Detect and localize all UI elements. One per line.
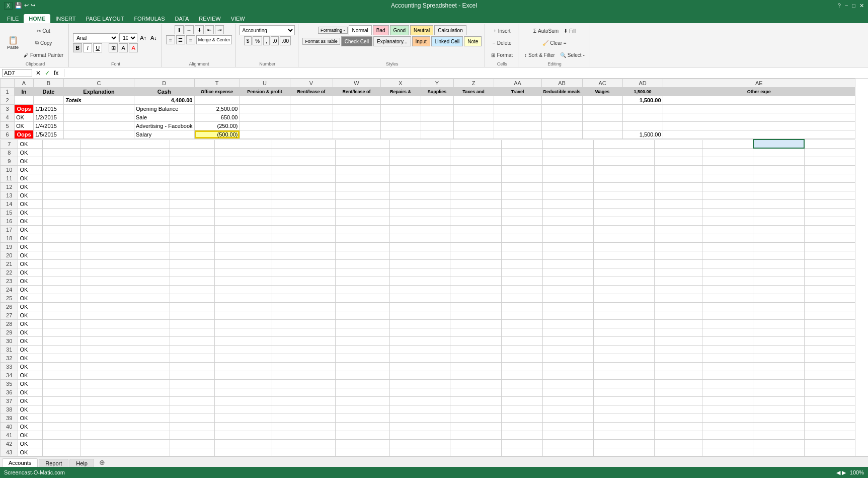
cell-col12-row40[interactable] [702, 422, 753, 431]
cell-col4-row17[interactable] [272, 225, 336, 234]
cell-col0-row40[interactable] [42, 422, 81, 431]
cell-col9-row30[interactable] [543, 336, 594, 345]
cell-col2-row17[interactable] [170, 225, 215, 234]
cell-col14-row27[interactable] [804, 311, 855, 319]
cell-col14-row32[interactable] [804, 354, 855, 362]
cell-col1-row41[interactable] [81, 431, 170, 439]
cell-col12-row26[interactable] [702, 302, 753, 311]
cell-col3-row22[interactable] [214, 268, 272, 277]
decimal-increase-btn[interactable]: .0 [271, 36, 279, 45]
cell-AA6[interactable] [494, 130, 541, 139]
undo-btn[interactable]: ↩ [24, 2, 29, 10]
cell-col10-row28[interactable] [594, 319, 654, 328]
cell-AB5[interactable] [541, 122, 582, 130]
cell-col4-row33[interactable] [272, 362, 336, 371]
cell-col1-row29[interactable] [81, 328, 170, 336]
cell-col13-row30[interactable] [753, 336, 804, 345]
col-header-AA[interactable]: AA [494, 79, 541, 88]
cell-col9-row25[interactable] [543, 294, 594, 302]
cell-col1-row27[interactable] [81, 311, 170, 319]
cell-U2[interactable] [240, 96, 290, 105]
cell-col10-row31[interactable] [594, 345, 654, 354]
cell-X6[interactable] [380, 130, 421, 139]
cell-col12-row42[interactable] [702, 439, 753, 448]
cell-col9-row23[interactable] [543, 277, 594, 285]
cell-col11-row34[interactable] [654, 371, 702, 379]
cell-col7-row15[interactable] [450, 208, 501, 217]
cell-A31[interactable]: OK [18, 345, 42, 354]
cell-col9-row42[interactable] [543, 439, 594, 448]
cell-col2-row12[interactable] [170, 182, 215, 191]
col-header-B[interactable]: B [34, 79, 64, 88]
cell-col9-row17[interactable] [543, 225, 594, 234]
cell-col2-row22[interactable] [170, 268, 215, 277]
cell-A37[interactable]: OK [18, 396, 42, 405]
cell-col7-row24[interactable] [450, 285, 501, 294]
cell-col14-row18[interactable] [804, 234, 855, 242]
percent-btn[interactable]: % [253, 36, 262, 45]
cell-col12-row32[interactable] [702, 354, 753, 362]
cell-AE3[interactable] [663, 105, 855, 113]
cell-col1-row36[interactable] [81, 388, 170, 396]
tab-formulas[interactable]: FORMULAS [129, 14, 170, 23]
cancel-formula-btn[interactable]: ✕ [34, 70, 42, 77]
cell-A15[interactable]: OK [18, 208, 42, 217]
cell-col11-row43[interactable] [654, 448, 702, 456]
cell-col0-row35[interactable] [42, 379, 81, 388]
cell-col9-row29[interactable] [543, 328, 594, 336]
cell-col10-row23[interactable] [594, 277, 654, 285]
cell-col10-row20[interactable] [594, 251, 654, 259]
cell-col2-row26[interactable] [170, 302, 215, 311]
cell-col13-row17[interactable] [753, 225, 804, 234]
cell-col10-row42[interactable] [594, 439, 654, 448]
cell-col0-row30[interactable] [42, 336, 81, 345]
cell-col8-row30[interactable] [501, 336, 542, 345]
tab-data[interactable]: DATA [170, 14, 194, 23]
cell-AD1[interactable]: 1,500.00 [622, 88, 663, 96]
cell-Z2[interactable] [453, 96, 494, 105]
cell-col14-row22[interactable] [804, 268, 855, 277]
cell-col1-row8[interactable] [81, 148, 170, 157]
cell-col13-row9[interactable] [753, 157, 804, 165]
cell-col9-row22[interactable] [543, 268, 594, 277]
cell-col2-row10[interactable] [170, 165, 215, 174]
cell-V3[interactable] [290, 105, 333, 113]
cell-col10-row36[interactable] [594, 388, 654, 396]
cell-col0-row34[interactable] [42, 371, 81, 379]
cell-col11-row41[interactable] [654, 431, 702, 439]
cell-col11-row29[interactable] [654, 328, 702, 336]
cell-col0-row9[interactable] [42, 157, 81, 165]
cell-V6[interactable] [290, 130, 333, 139]
insert-function-btn[interactable]: fx [52, 70, 60, 77]
cell-col13-row13[interactable] [753, 191, 804, 199]
cell-A1[interactable]: In [15, 88, 34, 96]
cell-col2-row30[interactable] [170, 336, 215, 345]
cell-col12-row14[interactable] [702, 199, 753, 208]
cell-col5-row36[interactable] [336, 388, 390, 396]
cell-col3-row36[interactable] [214, 388, 272, 396]
cell-col14-row7[interactable] [804, 140, 855, 148]
cell-col7-row22[interactable] [450, 268, 501, 277]
cell-col12-row27[interactable] [702, 311, 753, 319]
cell-col9-row7[interactable] [543, 140, 594, 148]
cell-A7[interactable]: OK [18, 140, 42, 148]
merge-center-button[interactable]: Merge & Center [196, 35, 232, 44]
cell-col2-row15[interactable] [170, 208, 215, 217]
italic-button[interactable]: I [83, 43, 92, 52]
cell-col8-row40[interactable] [501, 422, 542, 431]
cell-T6[interactable]: (500.00) [194, 130, 240, 139]
cell-col8-row37[interactable] [501, 396, 542, 405]
cell-col4-row43[interactable] [272, 448, 336, 456]
cell-col5-row9[interactable] [336, 157, 390, 165]
cell-col0-row8[interactable] [42, 148, 81, 157]
cell-col7-row33[interactable] [450, 362, 501, 371]
col-header-AB[interactable]: AB [541, 79, 582, 88]
note-style-btn[interactable]: Note [464, 36, 482, 46]
cell-col5-row30[interactable] [336, 336, 390, 345]
cell-col0-row10[interactable] [42, 165, 81, 174]
cell-col7-row41[interactable] [450, 431, 501, 439]
cell-col0-row43[interactable] [42, 448, 81, 456]
cell-col1-row18[interactable] [81, 234, 170, 242]
cell-col10-row14[interactable] [594, 199, 654, 208]
cell-col6-row39[interactable] [390, 414, 450, 422]
